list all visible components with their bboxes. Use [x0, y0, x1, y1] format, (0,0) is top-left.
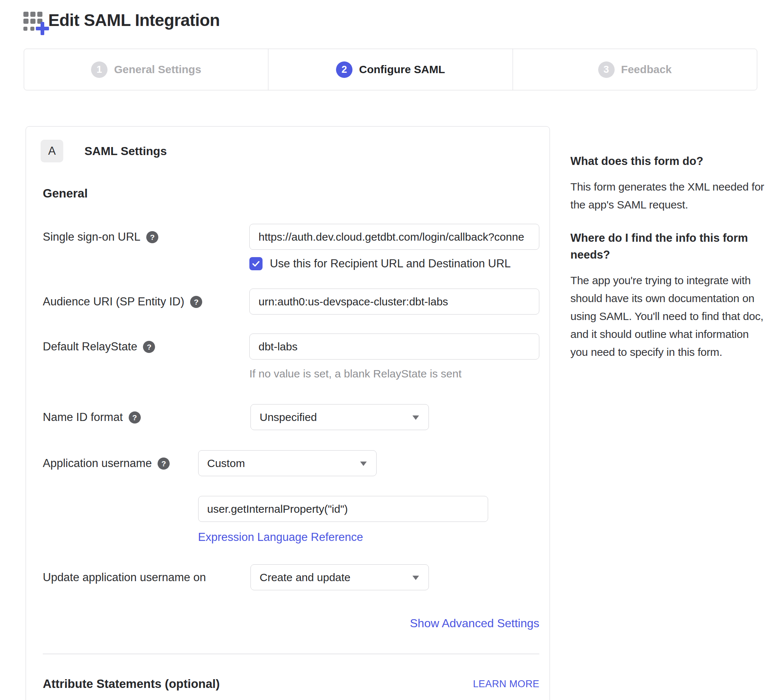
chevron-down-icon: [413, 415, 419, 420]
plus-icon: [36, 22, 49, 35]
step-configure-saml[interactable]: 2 Configure SAML: [268, 49, 512, 90]
chevron-down-icon: [413, 576, 419, 580]
relaystate-label-wrap: Default RelayState ?: [43, 333, 249, 380]
nameid-format-value: Unspecified: [260, 411, 317, 423]
sidebar-question-2: Where do I find the info this form needs…: [570, 230, 764, 263]
recipient-url-checkbox-label: Use this for Recipient URL and Destinati…: [270, 257, 511, 270]
step-feedback[interactable]: 3 Feedback: [513, 49, 757, 90]
update-username-label: Update application username on: [43, 570, 206, 585]
update-username-value: Create and update: [260, 571, 351, 584]
update-username-row: Update application username on Create an…: [43, 564, 539, 590]
add-app-grid-icon: [23, 10, 46, 31]
app-username-select[interactable]: Custom: [198, 450, 376, 476]
nameid-format-help-icon[interactable]: ?: [129, 412, 141, 423]
panel-title: SAML Settings: [85, 145, 167, 158]
checkmark-icon: [251, 259, 260, 268]
recipient-url-checkbox[interactable]: [249, 257, 263, 270]
sidebar-question-1: What does this form do?: [570, 153, 764, 170]
step-2-label: Configure SAML: [359, 63, 445, 76]
wizard-stepper: 1 General Settings 2 Configure SAML 3 Fe…: [24, 48, 757, 90]
help-sidebar: What does this form do? This form genera…: [570, 153, 764, 377]
step-2-number: 2: [336, 62, 353, 78]
audience-uri-label: Audience URI (SP Entity ID): [43, 294, 184, 309]
nameid-format-label-wrap: Name ID format ?: [43, 404, 250, 430]
step-3-label: Feedback: [621, 63, 672, 76]
relaystate-label: Default RelayState: [43, 339, 137, 354]
app-username-label: Application username: [43, 456, 152, 471]
audience-uri-help-icon[interactable]: ?: [190, 296, 202, 308]
section-a-badge: A: [41, 140, 63, 162]
step-general-settings[interactable]: 1 General Settings: [24, 49, 268, 90]
relaystate-input[interactable]: [249, 333, 539, 360]
update-username-select[interactable]: Create and update: [250, 564, 429, 590]
update-username-label-wrap: Update application username on: [43, 564, 250, 590]
app-username-custom-input[interactable]: [198, 496, 488, 522]
attribute-statements-heading: Attribute Statements (optional): [43, 677, 220, 691]
nameid-format-row: Name ID format ? Unspecified: [43, 404, 539, 430]
general-section-heading: General: [43, 187, 539, 200]
step-1-number: 1: [91, 62, 108, 78]
nameid-format-label: Name ID format: [43, 410, 123, 425]
sso-url-label-wrap: Single sign-on URL ?: [43, 224, 249, 270]
sso-url-help-icon[interactable]: ?: [146, 231, 158, 243]
chevron-down-icon: [360, 462, 367, 466]
sso-url-input[interactable]: [249, 224, 539, 250]
relaystate-help-icon[interactable]: ?: [143, 341, 155, 353]
step-3-number: 3: [598, 62, 614, 78]
learn-more-link[interactable]: LEARN MORE: [473, 678, 539, 690]
sso-url-label: Single sign-on URL: [43, 230, 140, 244]
page-title: Edit SAML Integration: [48, 10, 220, 30]
sidebar-answer-2: The app you're trying to integrate with …: [570, 272, 764, 361]
page-header: Edit SAML Integration: [23, 10, 220, 31]
app-username-help-icon[interactable]: ?: [158, 458, 170, 470]
audience-uri-input[interactable]: [249, 288, 539, 315]
saml-settings-panel: A SAML Settings General Single sign-on U…: [26, 126, 550, 700]
audience-uri-row: Audience URI (SP Entity ID) ?: [43, 288, 539, 315]
app-username-value: Custom: [207, 457, 245, 470]
audience-uri-label-wrap: Audience URI (SP Entity ID) ?: [43, 288, 249, 315]
app-username-row: Application username ? Custom Expression…: [43, 450, 539, 544]
show-advanced-settings-link[interactable]: Show Advanced Settings: [410, 617, 539, 630]
relaystate-row: Default RelayState ? If no value is set,…: [43, 333, 539, 380]
nameid-format-select[interactable]: Unspecified: [250, 404, 429, 430]
section-divider: [43, 653, 539, 654]
step-1-label: General Settings: [114, 63, 201, 76]
expression-language-reference-link[interactable]: Expression Language Reference: [198, 531, 363, 544]
app-username-label-wrap: Application username ?: [43, 450, 198, 544]
relaystate-hint: If no value is set, a blank RelayState i…: [249, 368, 539, 380]
sso-url-row: Single sign-on URL ? Use this for Recipi…: [43, 224, 539, 270]
sidebar-answer-1: This form generates the XML needed for t…: [570, 178, 764, 213]
